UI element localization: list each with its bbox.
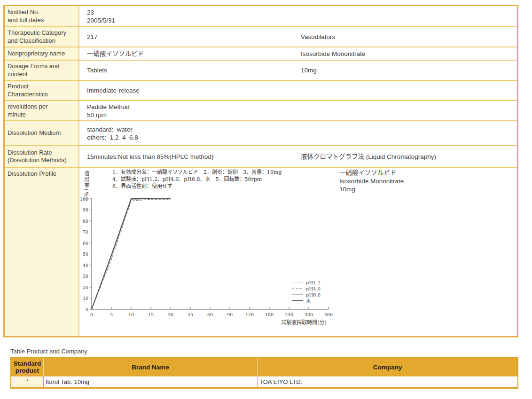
row-label: Therapeutic Category and Classification xyxy=(5,27,79,47)
svg-text:90: 90 xyxy=(83,207,88,212)
table-row-product-characteristics: Product Characteristics Immediate-releas… xyxy=(5,80,517,100)
profile-product-info: 一硝酸イソソルビド Isosorbide Mononitrate 10mg xyxy=(339,169,404,194)
drug-dissolution-page: Notified No. and full dates 23 2005/5/31… xyxy=(0,0,532,399)
row-value-primary: 15minutes:Not less than 85%(HPLC method) xyxy=(79,146,301,167)
svg-text:10: 10 xyxy=(128,312,134,317)
chart-annotation: 1．有効成分名：一硝酸イソソルビド 2．剤形：錠剤 3．含量：10mg 4．試験… xyxy=(112,169,282,190)
row-value-secondary: Vasodilators xyxy=(301,27,517,47)
row-value-primary: 23 2005/5/31 xyxy=(79,6,301,26)
row-label: Dissolution Medium xyxy=(5,121,79,145)
svg-text:水: 水 xyxy=(306,298,311,304)
row-value-secondary: Isosorbide Mononitrate xyxy=(301,47,517,60)
svg-text:pH1.2: pH1.2 xyxy=(306,280,321,285)
row-value-primary: Immediate-release xyxy=(79,81,301,100)
svg-text:120: 120 xyxy=(245,312,254,317)
table-row-product: * Itorol Tab. 10mg TOA EIYO LTD. xyxy=(11,376,517,387)
row-value-primary: standard: water others: 1.2 4 6.8 xyxy=(79,121,301,145)
header-company: Company xyxy=(257,358,517,376)
svg-text:0: 0 xyxy=(86,307,88,312)
row-value-secondary xyxy=(301,101,517,120)
svg-text:180: 180 xyxy=(265,312,274,317)
svg-text:240: 240 xyxy=(285,312,293,317)
svg-text:30: 30 xyxy=(168,312,173,317)
svg-text:90: 90 xyxy=(227,312,233,317)
svg-text:100: 100 xyxy=(80,196,88,202)
row-value-secondary: 10mg xyxy=(301,61,517,80)
table-row-dosage-forms: Dosage Forms and content Tablets 10mg xyxy=(5,60,517,80)
table-row-dissolution-profile: Dissolution Profile 溶出率(%) 1．有効成分名：一硝酸イソ… xyxy=(5,167,517,336)
row-label: Dissolution Rate (Dissolution Methods) xyxy=(5,146,79,167)
svg-text:60: 60 xyxy=(83,241,88,246)
svg-text:300: 300 xyxy=(305,312,313,317)
svg-text:10: 10 xyxy=(83,296,88,301)
brand-name-value: Itorol Tab. 10mg xyxy=(43,376,257,387)
svg-text:30: 30 xyxy=(83,274,88,279)
row-label: Product Characteristics xyxy=(5,81,79,100)
svg-text:15: 15 xyxy=(148,312,154,317)
row-value-secondary xyxy=(301,81,517,100)
header-brand-name: Brand Name xyxy=(43,358,257,376)
company-value: TOA EIYO LTD. xyxy=(257,376,517,387)
svg-text:40: 40 xyxy=(83,263,88,268)
svg-text:20: 20 xyxy=(83,285,88,290)
row-value-primary: Paddle Method 50 rpm xyxy=(79,101,301,120)
row-label: Dosage Forms and content xyxy=(5,61,79,80)
table-row-notified-no: Notified No. and full dates 23 2005/5/31 xyxy=(5,6,517,26)
row-label: revolutions per minute xyxy=(5,101,79,120)
row-value-secondary xyxy=(301,121,517,145)
row-label: Notified No. and full dates xyxy=(5,6,79,26)
bottom-table-caption: Table Product and Company xyxy=(10,348,87,355)
svg-text:60: 60 xyxy=(207,312,213,317)
svg-text:pH6.8: pH6.8 xyxy=(306,292,321,297)
row-value-primary: Tablets xyxy=(79,61,301,80)
product-company-table: Standard product Brand Name Company * It… xyxy=(10,357,518,389)
svg-text:360: 360 xyxy=(324,312,333,317)
table-row-dissolution-rate: Dissolution Rate (Dissolution Methods) 1… xyxy=(5,145,517,167)
svg-text:45: 45 xyxy=(188,312,193,317)
row-value-secondary: 液体クロマトグラフ法 (Liquid Chromatography) xyxy=(301,146,517,167)
standard-product-mark: * xyxy=(11,376,43,387)
product-table-header: Standard product Brand Name Company xyxy=(11,358,517,376)
dissolution-info-table: Notified No. and full dates 23 2005/5/31… xyxy=(3,5,518,337)
table-row-nonproprietary-name: Nonproprietary name 一硝酸イソソルビド Isosorbide… xyxy=(5,47,517,60)
table-row-dissolution-medium: Dissolution Medium standard: water other… xyxy=(5,120,517,145)
dissolution-profile-chart: 0102030405060708090100051015304560901201… xyxy=(79,193,336,334)
svg-text:5: 5 xyxy=(110,312,113,317)
header-standard-product: Standard product xyxy=(11,358,43,376)
row-value-secondary xyxy=(301,6,517,26)
svg-text:pH4.0: pH4.0 xyxy=(306,286,321,291)
dissolution-profile-cell: 溶出率(%) 1．有効成分名：一硝酸イソソルビド 2．剤形：錠剤 3．含量：10… xyxy=(79,168,517,336)
svg-text:0: 0 xyxy=(90,312,93,317)
row-label: Nonproprietary name xyxy=(5,47,79,60)
svg-text:試験液採取時間(分): 試験液採取時間(分) xyxy=(281,319,327,326)
svg-text:80: 80 xyxy=(83,219,88,224)
row-label: Dissolution Profile xyxy=(5,168,79,336)
table-row-therapeutic-category: Therapeutic Category and Classification … xyxy=(5,26,517,47)
table-row-revolutions: revolutions per minute Paddle Method 50 … xyxy=(5,100,517,120)
row-value-primary: 一硝酸イソソルビド xyxy=(79,47,301,60)
row-value-primary: 217 xyxy=(79,27,301,47)
svg-text:70: 70 xyxy=(83,229,88,235)
svg-text:50: 50 xyxy=(83,251,88,257)
